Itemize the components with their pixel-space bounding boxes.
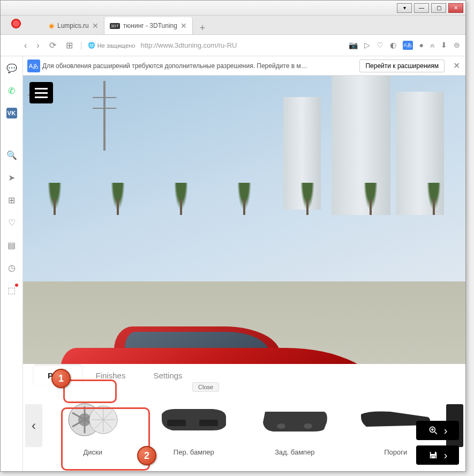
svg-point-16 [277,423,285,429]
security-label: Не защищено [97,42,136,49]
download-icon[interactable]: ⬇ [441,41,447,50]
tab-title: Lumpics.ru [57,22,89,29]
chevron-right-icon: › [444,449,448,462]
browser-window: ▾ — ▢ ✕ ◉ Lumpics.ru ✕ 3DT тюнинг - 3DTu… [0,0,466,472]
front-bumper-thumb [147,391,242,448]
menu-button[interactable] [29,82,53,103]
window-titlebar: ▾ — ▢ ✕ [1,1,465,16]
part-label: Пороги [384,448,407,456]
camera-icon[interactable]: 📷 [349,41,358,50]
tab-favicon: ◉ [49,22,54,29]
svg-rect-14 [167,420,186,426]
save-button[interactable]: › [416,445,459,465]
tab-favicon: 3DT [110,23,120,29]
radio-tower [103,81,106,151]
profile-icon[interactable]: ⍝ [430,41,434,50]
chevron-right-icon: › [444,425,448,437]
play-icon[interactable]: ▷ [364,41,370,50]
svg-line-1 [434,432,437,434]
tab-3dtuning[interactable]: 3DT тюнинг - 3DTuning ✕ [104,17,193,34]
tab-close-icon[interactable]: ✕ [180,21,187,30]
panel-tabs: Parts Finishes Settings [23,364,465,385]
tab-finishes[interactable]: Finishes [82,366,140,385]
globe-icon: 🌐 [88,42,95,49]
shield-icon[interactable]: ◐ [390,41,396,50]
apps-icon[interactable]: ⊞ [6,195,17,205]
translate-icon[interactable]: Aあ [403,41,413,50]
security-indicator[interactable]: 🌐 Не защищено [88,42,136,49]
nav-back[interactable]: ‹ [22,39,29,53]
messenger-icon[interactable]: 💬 [6,63,17,73]
part-label: Диски [83,448,102,456]
notification-close[interactable]: ✕ [453,61,460,71]
tab-lumpics[interactable]: ◉ Lumpics.ru ✕ [43,17,104,34]
search-icon[interactable]: 🔍 [6,150,17,160]
annotation-marker-1: 1 [51,369,71,388]
sidebar: 💬 ✆ VK 🔍 ➤ ⊞ ♡ ▤ ◷ ⬚ [1,56,23,471]
annotation-marker-2: 2 [137,446,156,465]
favorites-icon[interactable]: ♡ [6,217,17,228]
part-rear-bumper[interactable]: Зад. бампер [247,391,342,460]
vk-icon[interactable]: VK [6,108,17,118]
parts-carousel: ‹ Диски Пер. бампер Зад. бампер [23,385,465,466]
window-minimize[interactable]: — [414,3,429,13]
part-label: Пер. бампер [174,448,214,456]
extensions-button[interactable]: Перейти к расширениям [359,59,445,72]
svg-point-17 [304,423,312,429]
heart-icon[interactable]: ♡ [377,41,383,50]
opera-logo [11,19,21,28]
translate-badge[interactable]: Aあ [27,59,40,72]
address-actions: 📷 ▷ ♡ ◐ Aあ ● ⍝ ⬇ ⊜ [349,41,460,50]
window-maximize[interactable]: ▢ [431,3,446,13]
easy-setup-icon[interactable]: ⊜ [454,41,460,50]
adblock-icon[interactable]: ● [419,41,424,50]
notification-bar: i Для обновления расширений требуются до… [23,56,465,76]
news-icon[interactable]: ▤ [6,240,17,250]
url-field[interactable]: http://www.3dtuning.com/ru-RU [141,41,237,49]
palm-trees [23,183,465,226]
speed-dial[interactable]: ⊞ [64,38,75,53]
tab-settings[interactable]: Settings [139,366,196,385]
rear-bumper-thumb [247,391,342,448]
part-front-bumper[interactable]: Пер. бампер [147,391,242,460]
address-bar: ‹ › ⟳ ⊞ | 🌐 Не защищено http://www.3dtun… [1,35,465,56]
tab-bar: ◉ Lumpics.ru ✕ 3DT тюнинг - 3DTuning ✕ + [1,16,465,35]
zoom-button[interactable]: › [416,421,459,440]
window-dropdown[interactable]: ▾ [397,3,412,13]
whatsapp-icon[interactable]: ✆ [6,85,17,96]
window-close[interactable]: ✕ [448,3,463,13]
tab-title: тюнинг - 3DTuning [123,22,177,29]
nav-forward[interactable]: › [34,39,41,53]
carousel-prev[interactable]: ‹ [25,404,42,447]
wheels-thumb [46,391,140,448]
new-tab-button[interactable]: + [196,21,209,34]
part-wheels[interactable]: Диски [46,391,140,460]
notification-text: Для обновления расширений требуются допо… [42,62,355,70]
nav-reload[interactable]: ⟳ [47,38,58,53]
tab-close-icon[interactable]: ✕ [92,21,99,30]
svg-rect-15 [199,420,218,426]
part-label: Зад. бампер [275,448,315,456]
send-icon[interactable]: ➤ [6,172,17,183]
box-icon[interactable]: ⬚ [6,285,17,295]
tuning-panel: Parts Finishes Settings Close ‹ Диски Пе… [23,364,465,471]
close-tooltip[interactable]: Close [192,382,219,392]
history-icon[interactable]: ◷ [6,262,17,273]
